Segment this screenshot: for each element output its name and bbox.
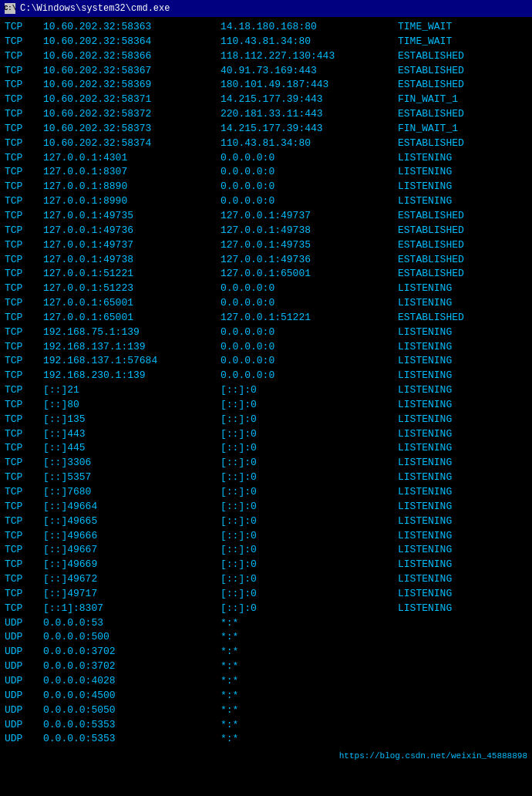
col-state: LISTENING (398, 369, 527, 383)
col-foreign: 110.43.81.34:80 (221, 137, 398, 151)
table-row: TCP10.60.202.32:58369180.101.49.187:443E… (5, 78, 527, 93)
col-local: [::]443 (43, 427, 221, 442)
table-row: TCP127.0.0.1:89900.0.0.0:0LISTENING (5, 194, 527, 209)
col-proto: TCP (5, 122, 43, 137)
col-foreign: 220.181.33.11:443 (221, 107, 398, 122)
table-row: TCP10.60.202.32:58364110.43.81.34:80TIME… (5, 35, 527, 49)
table-row: TCP[::]135[::]:0LISTENING (5, 413, 527, 427)
table-row: TCP[::]49672[::]:0LISTENING (5, 572, 527, 587)
col-state: LISTENING (398, 354, 527, 369)
table-row: TCP[::]49669[::]:0LISTENING (5, 558, 527, 572)
table-row: UDP0.0.0.0:500*:* (5, 630, 527, 645)
col-local: 0.0.0.0:500 (43, 630, 221, 645)
col-foreign: 0.0.0.0:0 (221, 194, 398, 209)
col-foreign: 0.0.0.0:0 (221, 180, 398, 194)
col-local: [::1]:8307 (43, 602, 221, 616)
col-foreign: [::]:0 (221, 485, 398, 500)
title-bar: C:\ C:\Windows\system32\cmd.exe (0, 0, 532, 17)
table-row: UDP0.0.0.0:3702*:* (5, 645, 527, 659)
col-state: ESTABLISHED (398, 267, 527, 282)
col-state: TIME_WAIT (398, 35, 527, 49)
table-row: TCP10.60.202.32:5836314.18.180.168:80TIM… (5, 20, 527, 35)
col-proto: UDP (5, 659, 43, 674)
col-local: 10.60.202.32:58369 (43, 78, 221, 93)
col-proto: TCP (5, 485, 43, 500)
table-row: TCP127.0.0.1:43010.0.0.0:0LISTENING (5, 151, 527, 166)
col-local: [::]3306 (43, 456, 221, 471)
table-row: TCP192.168.137.1:1390.0.0.0:0LISTENING (5, 340, 527, 355)
col-local: 127.0.0.1:8990 (43, 194, 221, 209)
col-state: LISTENING (398, 456, 527, 471)
col-state: LISTENING (398, 325, 527, 340)
col-local: 0.0.0.0:3702 (43, 645, 221, 659)
col-state: LISTENING (398, 383, 527, 398)
table-row: TCP10.60.202.32:58366118.112.227.130:443… (5, 49, 527, 64)
col-proto: TCP (5, 427, 43, 442)
col-proto: TCP (5, 137, 43, 151)
col-proto: UDP (5, 645, 43, 659)
col-local: [::]21 (43, 383, 221, 398)
col-foreign: 0.0.0.0:0 (221, 165, 398, 180)
col-proto: TCP (5, 354, 43, 369)
col-proto: UDP (5, 616, 43, 631)
col-state: ESTABLISHED (398, 238, 527, 253)
col-proto: TCP (5, 543, 43, 558)
col-state: LISTENING (398, 543, 527, 558)
col-foreign: *:* (221, 630, 398, 645)
col-local: 192.168.137.1:57684 (43, 354, 221, 369)
col-proto: TCP (5, 587, 43, 602)
col-proto: TCP (5, 311, 43, 325)
col-state: LISTENING (398, 398, 527, 413)
col-state (398, 703, 527, 718)
col-state: ESTABLISHED (398, 311, 527, 325)
col-foreign: 14.215.177.39:443 (221, 93, 398, 107)
table-row: TCP[::]7680[::]:0LISTENING (5, 485, 527, 500)
col-state: ESTABLISHED (398, 224, 527, 238)
col-local: 10.60.202.32:58367 (43, 64, 221, 79)
col-state: LISTENING (398, 471, 527, 485)
col-proto: TCP (5, 151, 43, 166)
col-local: 192.168.230.1:139 (43, 369, 221, 383)
col-proto: TCP (5, 253, 43, 268)
col-proto: TCP (5, 209, 43, 224)
col-local: 0.0.0.0:4500 (43, 689, 221, 703)
col-local: 127.0.0.1:8307 (43, 165, 221, 180)
col-foreign: [::]:0 (221, 558, 398, 572)
col-state: LISTENING (398, 500, 527, 514)
col-foreign: 14.18.180.168:80 (221, 20, 398, 35)
table-row: TCP10.60.202.32:58372220.181.33.11:443ES… (5, 107, 527, 122)
col-foreign: 127.0.0.1:49737 (221, 209, 398, 224)
col-foreign: 127.0.0.1:51221 (221, 311, 398, 325)
table-row: TCP192.168.230.1:1390.0.0.0:0LISTENING (5, 369, 527, 383)
col-proto: TCP (5, 165, 43, 180)
col-local: 127.0.0.1:49735 (43, 209, 221, 224)
col-proto: TCP (5, 238, 43, 253)
col-state: ESTABLISHED (398, 253, 527, 268)
col-proto: UDP (5, 718, 43, 733)
title-bar-icon: C:\ (5, 3, 15, 14)
col-proto: TCP (5, 49, 43, 64)
watermark: https://blog.csdn.net/weixin_45888898 (0, 751, 532, 761)
table-row: TCP127.0.0.1:512230.0.0.0:0LISTENING (5, 282, 527, 296)
col-foreign: 127.0.0.1:49736 (221, 253, 398, 268)
col-state: LISTENING (398, 441, 527, 456)
col-foreign: [::]:0 (221, 587, 398, 602)
col-local: [::]445 (43, 441, 221, 456)
table-row: TCP[::]3306[::]:0LISTENING (5, 456, 527, 471)
col-proto: TCP (5, 529, 43, 544)
table-row: TCP127.0.0.1:88900.0.0.0:0LISTENING (5, 180, 527, 194)
col-local: 192.168.137.1:139 (43, 340, 221, 355)
col-proto: TCP (5, 558, 43, 572)
table-row: TCP[::]49664[::]:0LISTENING (5, 500, 527, 514)
table-row: TCP[::]445[::]:0LISTENING (5, 441, 527, 456)
col-state: LISTENING (398, 587, 527, 602)
col-proto: TCP (5, 471, 43, 485)
col-proto: TCP (5, 78, 43, 93)
col-local: [::]49665 (43, 514, 221, 529)
col-foreign: 127.0.0.1:49735 (221, 238, 398, 253)
table-row: TCP10.60.202.32:5837314.215.177.39:443FI… (5, 122, 527, 137)
col-local: 127.0.0.1:8890 (43, 180, 221, 194)
table-row: TCP[::]80[::]:0LISTENING (5, 398, 527, 413)
col-foreign: [::]:0 (221, 383, 398, 398)
col-local: [::]49664 (43, 500, 221, 514)
